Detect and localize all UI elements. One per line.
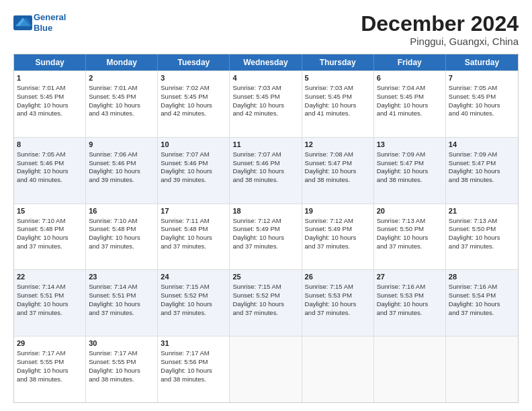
- logo-text: General Blue: [34, 12, 66, 33]
- sunrise: Sunrise: 7:04 AM: [377, 84, 425, 91]
- daylight-label: Daylight: 10 hours: [17, 167, 69, 175]
- sunset: Sunset: 5:55 PM: [89, 358, 136, 365]
- daylight-minutes: and 38 minutes.: [89, 375, 134, 383]
- sunrise: Sunrise: 7:01 AM: [17, 84, 65, 91]
- sunrise: Sunrise: 7:14 AM: [17, 283, 65, 290]
- sunset: Sunset: 5:45 PM: [161, 93, 208, 100]
- calendar-cell: 1Sunrise: 7:01 AMSunset: 5:45 PMDaylight…: [14, 71, 86, 137]
- day-number: 23: [89, 272, 154, 282]
- calendar-cell: 25Sunrise: 7:15 AMSunset: 5:52 PMDayligh…: [230, 270, 302, 336]
- calendar-cell: 12Sunrise: 7:08 AMSunset: 5:47 PMDayligh…: [302, 138, 374, 203]
- day-header-sunday: Sunday: [14, 54, 86, 71]
- sunrise: Sunrise: 7:11 AM: [161, 217, 209, 224]
- daylight-label: Daylight: 10 hours: [89, 101, 140, 109]
- sunset: Sunset: 5:52 PM: [232, 291, 279, 299]
- calendar-subtitle: Pinggui, Guangxi, China: [361, 36, 519, 47]
- sunrise: Sunrise: 7:02 AM: [161, 84, 209, 91]
- day-number: 10: [161, 140, 226, 150]
- daylight-label: Daylight: 10 hours: [232, 101, 284, 109]
- sunrise: Sunrise: 7:01 AM: [89, 84, 137, 91]
- sunset: Sunset: 5:49 PM: [305, 225, 352, 232]
- day-header-saturday: Saturday: [446, 54, 518, 71]
- daylight-label: Daylight: 10 hours: [89, 234, 140, 241]
- day-number: 15: [17, 206, 83, 216]
- sunset: Sunset: 5:48 PM: [161, 225, 208, 232]
- daylight-label: Daylight: 10 hours: [17, 300, 69, 308]
- day-number: 25: [232, 272, 298, 282]
- day-number: 8: [17, 140, 83, 150]
- day-number: 9: [89, 140, 154, 150]
- day-number: 21: [449, 206, 515, 216]
- daylight-label: Daylight: 10 hours: [89, 367, 140, 374]
- sunset: Sunset: 5:45 PM: [305, 93, 352, 100]
- daylight-minutes: and 37 minutes.: [232, 242, 278, 250]
- sunrise: Sunrise: 7:09 AM: [449, 150, 497, 158]
- day-header-friday: Friday: [374, 54, 446, 71]
- daylight-minutes: and 40 minutes.: [17, 176, 62, 183]
- sunrise: Sunrise: 7:05 AM: [17, 150, 65, 158]
- day-number: 3: [161, 73, 226, 83]
- calendar-cell: 7Sunrise: 7:05 AMSunset: 5:45 PMDaylight…: [446, 71, 518, 137]
- daylight-label: Daylight: 10 hours: [17, 367, 69, 374]
- sunrise: Sunrise: 7:08 AM: [305, 150, 353, 158]
- daylight-minutes: and 38 minutes.: [449, 176, 494, 183]
- calendar-title: December 2024: [361, 12, 519, 36]
- calendar-cell: [374, 336, 446, 402]
- calendar-cell: 26Sunrise: 7:15 AMSunset: 5:53 PMDayligh…: [302, 270, 374, 336]
- sunrise: Sunrise: 7:15 AM: [232, 283, 281, 290]
- daylight-label: Daylight: 10 hours: [17, 234, 69, 241]
- calendar-cell: 31Sunrise: 7:17 AMSunset: 5:56 PMDayligh…: [158, 336, 230, 402]
- day-number: 13: [377, 140, 443, 150]
- logo-general: General: [34, 12, 66, 22]
- daylight-minutes: and 39 minutes.: [89, 176, 134, 183]
- daylight-label: Daylight: 10 hours: [232, 167, 284, 175]
- daylight-minutes: and 41 minutes.: [377, 109, 423, 117]
- daylight-label: Daylight: 10 hours: [232, 234, 284, 241]
- sunrise: Sunrise: 7:10 AM: [17, 217, 65, 224]
- sunrise: Sunrise: 7:15 AM: [305, 283, 353, 290]
- day-number: 5: [305, 73, 371, 83]
- sunset: Sunset: 5:47 PM: [305, 159, 352, 167]
- sunrise: Sunrise: 7:09 AM: [377, 150, 425, 158]
- sunset: Sunset: 5:49 PM: [232, 225, 279, 232]
- calendar-cell: 10Sunrise: 7:07 AMSunset: 5:46 PMDayligh…: [158, 138, 230, 203]
- daylight-label: Daylight: 10 hours: [449, 234, 500, 241]
- calendar-cell: 22Sunrise: 7:14 AMSunset: 5:51 PMDayligh…: [14, 270, 86, 336]
- daylight-label: Daylight: 10 hours: [305, 234, 357, 241]
- calendar-cell: 21Sunrise: 7:13 AMSunset: 5:50 PMDayligh…: [446, 204, 518, 270]
- calendar-cell: 24Sunrise: 7:15 AMSunset: 5:52 PMDayligh…: [158, 270, 230, 336]
- day-header-tuesday: Tuesday: [158, 54, 230, 71]
- daylight-label: Daylight: 10 hours: [305, 167, 357, 175]
- day-number: 19: [305, 206, 371, 216]
- calendar-cell: 17Sunrise: 7:11 AMSunset: 5:48 PMDayligh…: [158, 204, 230, 270]
- calendar-cell: 4Sunrise: 7:03 AMSunset: 5:45 PMDaylight…: [230, 71, 302, 137]
- calendar-week-5: 29Sunrise: 7:17 AMSunset: 5:55 PMDayligh…: [14, 336, 518, 402]
- day-number: 4: [232, 73, 298, 83]
- calendar-cell: 2Sunrise: 7:01 AMSunset: 5:45 PMDaylight…: [86, 71, 158, 137]
- sunset: Sunset: 5:47 PM: [377, 159, 424, 167]
- calendar-cell: 5Sunrise: 7:03 AMSunset: 5:45 PMDaylight…: [302, 71, 374, 137]
- sunset: Sunset: 5:54 PM: [449, 291, 496, 299]
- daylight-minutes: and 43 minutes.: [89, 109, 134, 117]
- calendar-cell: [446, 336, 518, 402]
- calendar-week-3: 15Sunrise: 7:10 AMSunset: 5:48 PMDayligh…: [14, 203, 518, 270]
- calendar-week-1: 1Sunrise: 7:01 AMSunset: 5:45 PMDaylight…: [14, 71, 518, 137]
- sunset: Sunset: 5:45 PM: [232, 93, 279, 100]
- title-block: December 2024 Pinggui, Guangxi, China: [361, 12, 519, 47]
- day-number: 20: [377, 206, 443, 216]
- daylight-minutes: and 37 minutes.: [305, 242, 351, 250]
- logo-blue: Blue: [34, 23, 52, 33]
- sunset: Sunset: 5:53 PM: [305, 291, 352, 299]
- sunset: Sunset: 5:45 PM: [449, 93, 496, 100]
- calendar-cell: 14Sunrise: 7:09 AMSunset: 5:47 PMDayligh…: [446, 138, 518, 203]
- daylight-minutes: and 37 minutes.: [89, 242, 134, 250]
- calendar-cell: 27Sunrise: 7:16 AMSunset: 5:53 PMDayligh…: [374, 270, 446, 336]
- calendar-cell: 11Sunrise: 7:07 AMSunset: 5:46 PMDayligh…: [230, 138, 302, 203]
- day-number: 14: [449, 140, 515, 150]
- daylight-label: Daylight: 10 hours: [305, 101, 357, 109]
- daylight-label: Daylight: 10 hours: [161, 101, 212, 109]
- daylight-minutes: and 40 minutes.: [449, 109, 494, 117]
- sunrise: Sunrise: 7:07 AM: [232, 150, 281, 158]
- calendar-cell: 16Sunrise: 7:10 AMSunset: 5:48 PMDayligh…: [86, 204, 158, 270]
- sunrise: Sunrise: 7:03 AM: [305, 84, 353, 91]
